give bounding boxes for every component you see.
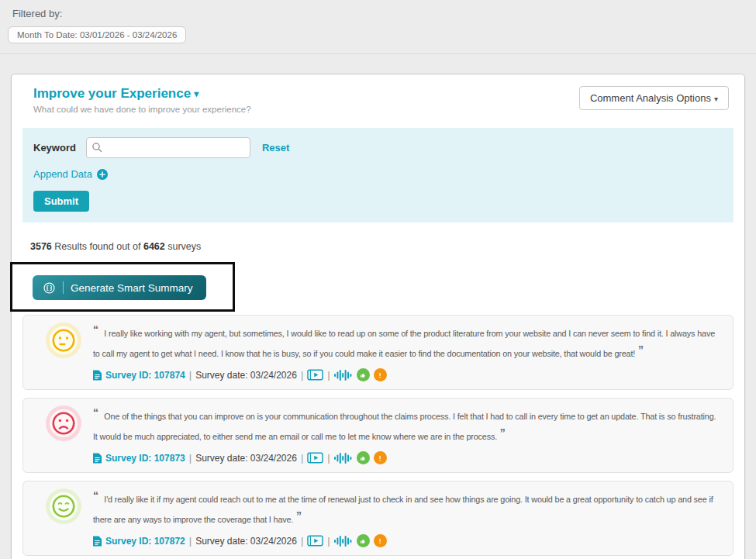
comment-text: One of the things that you can improve o…	[93, 406, 719, 447]
results-count: 3576	[30, 241, 52, 252]
comment-card: One of the things that you can improve o…	[22, 398, 734, 473]
results-text: Results found out of	[52, 241, 143, 252]
divider	[327, 452, 330, 464]
results-suffix: surveys	[165, 241, 202, 252]
video-icon[interactable]	[307, 535, 323, 547]
divider	[189, 452, 192, 464]
search-section: Keyword Reset Append Data Submit	[22, 128, 734, 223]
keyword-input-wrap	[86, 137, 250, 158]
sentiment-column	[34, 489, 93, 547]
document-icon	[93, 536, 102, 547]
comment-meta: Survey ID: 107873 Survey date: 03/24/202…	[93, 451, 719, 464]
surveys-total: 6462	[143, 241, 165, 252]
options-button-label: Comment Analysis Options	[590, 92, 711, 104]
comment-text: I really like working with my agent, but…	[93, 323, 719, 364]
comment-meta: Survey ID: 107872 Survey date: 03/24/202…	[93, 534, 719, 547]
alert-icon[interactable]	[374, 368, 387, 381]
positive-feedback-icon[interactable]	[357, 368, 370, 381]
generate-smart-summary-button[interactable]: Generate Smart Summary	[33, 275, 206, 300]
brain-icon	[43, 281, 56, 295]
keyword-label: Keyword	[33, 142, 76, 154]
append-data-link[interactable]: Append Data	[33, 168, 92, 180]
comment-analysis-options-button[interactable]: Comment Analysis Options▾	[579, 86, 729, 110]
document-icon	[93, 370, 102, 381]
comment-text: I'd really like it if my agent could rea…	[93, 489, 719, 530]
divider	[301, 369, 303, 381]
video-icon[interactable]	[307, 452, 323, 464]
alert-icon[interactable]	[374, 451, 387, 464]
search-icon	[91, 142, 103, 154]
sad-face-icon	[50, 409, 78, 437]
audio-waveform-icon[interactable]	[334, 452, 353, 464]
filtered-by-label: Filtered by:	[12, 8, 756, 19]
smart-summary-label: Generate Smart Summary	[71, 282, 193, 294]
chevron-down-icon: ▾	[194, 88, 198, 99]
alert-icon[interactable]	[374, 534, 387, 547]
date-filter-chip[interactable]: Month To Date: 03/01/2026 - 03/24/2026	[8, 26, 186, 43]
neutral-face-icon	[50, 326, 78, 354]
divider	[301, 452, 303, 464]
survey-date: Survey date: 03/24/2026	[195, 536, 297, 547]
survey-id-link[interactable]: Survey ID: 107872	[105, 536, 185, 547]
happy-face-icon	[50, 492, 78, 520]
survey-id-link[interactable]: Survey ID: 107874	[105, 370, 185, 381]
survey-date: Survey date: 03/24/2026	[195, 370, 297, 381]
sentiment-column	[34, 323, 93, 381]
panel-header: Improve your Experience▾ What could we h…	[12, 74, 744, 123]
document-icon	[93, 453, 102, 464]
sentiment-column	[34, 406, 93, 464]
audio-waveform-icon[interactable]	[334, 535, 353, 547]
results-count-line: 3576 Results found out of 6462 surveys	[30, 241, 744, 252]
top-divider	[0, 53, 756, 55]
comment-meta: Survey ID: 107874 Survey date: 03/24/202…	[93, 368, 719, 381]
positive-feedback-icon[interactable]	[357, 451, 370, 464]
divider	[301, 535, 303, 547]
divider	[327, 535, 330, 547]
comment-list: I really like working with my agent, but…	[22, 315, 734, 559]
divider	[189, 369, 192, 381]
keyword-input[interactable]	[86, 137, 250, 158]
divider	[327, 369, 330, 381]
panel-title: Improve your Experience	[33, 86, 191, 101]
divider	[189, 535, 192, 547]
comment-card: I'd really like it if my agent could rea…	[22, 481, 734, 556]
chevron-down-icon: ▾	[714, 95, 718, 103]
survey-date: Survey date: 03/24/2026	[195, 453, 297, 464]
filter-bar: Filtered by: Month To Date: 03/01/2026 -…	[0, 0, 756, 43]
comment-analysis-panel: Improve your Experience▾ What could we h…	[11, 74, 745, 559]
button-divider	[63, 281, 64, 294]
highlight-box: Generate Smart Summary	[10, 262, 235, 312]
plus-circle-icon[interactable]	[97, 169, 108, 180]
reset-link[interactable]: Reset	[262, 142, 289, 154]
video-icon[interactable]	[307, 369, 323, 381]
submit-button[interactable]: Submit	[33, 191, 89, 212]
comment-card: I really like working with my agent, but…	[22, 315, 734, 390]
survey-id-link[interactable]: Survey ID: 107873	[105, 453, 185, 464]
positive-feedback-icon[interactable]	[357, 534, 370, 547]
audio-waveform-icon[interactable]	[334, 369, 353, 381]
